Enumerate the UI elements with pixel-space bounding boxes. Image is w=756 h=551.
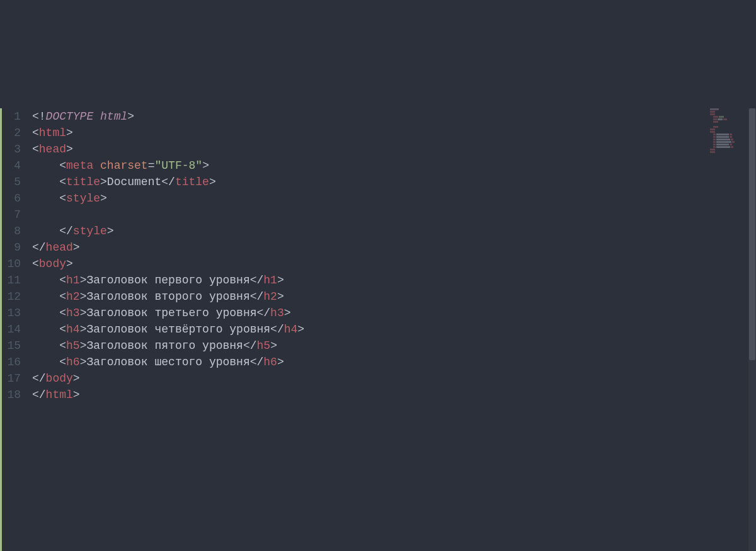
code-token: > — [66, 258, 73, 270]
code-token: </ — [59, 225, 73, 237]
line-number: 18 — [6, 387, 21, 403]
code-token: h1 — [263, 274, 277, 287]
code-token — [32, 356, 59, 368]
line-number: 7 — [6, 207, 21, 223]
code-line[interactable]: <head> — [32, 141, 756, 157]
code-token: > — [66, 143, 73, 156]
line-number: 1 — [6, 108, 21, 125]
line-number: 12 — [6, 288, 21, 305]
code-token — [32, 290, 59, 303]
code-token: html — [39, 127, 66, 139]
code-token: </ — [250, 356, 264, 368]
code-line[interactable]: <h4>Заголовок четвёртого уровня</h4> — [32, 321, 756, 338]
code-token: </ — [161, 176, 175, 188]
code-token: h3 — [66, 307, 80, 319]
code-token: = — [148, 159, 155, 172]
code-line[interactable]: </body> — [32, 370, 756, 387]
code-token: head — [39, 143, 66, 156]
code-token: <! — [32, 110, 46, 123]
code-token: < — [59, 323, 66, 336]
code-token: </ — [250, 290, 264, 303]
code-token: h5 — [257, 339, 271, 352]
code-line[interactable]: <!DOCTYPE html> — [32, 108, 756, 125]
code-line[interactable]: <h6>Заголовок шестого уровня</h6> — [32, 354, 756, 370]
line-number: 9 — [6, 239, 21, 256]
code-line[interactable]: <style> — [32, 190, 756, 207]
code-token: > — [277, 274, 284, 287]
code-token: > — [80, 290, 87, 303]
line-number: 11 — [6, 272, 21, 288]
code-token: h5 — [66, 339, 80, 352]
line-number: 2 — [6, 125, 21, 141]
code-token: DOCTYPE html — [46, 110, 128, 123]
line-number: 15 — [6, 338, 21, 354]
code-content-area[interactable]: <!DOCTYPE html><html><head> <meta charse… — [27, 108, 756, 551]
code-token: > — [127, 110, 134, 123]
code-token: style — [66, 192, 100, 205]
code-token: > — [80, 323, 87, 336]
code-token: Заголовок четвёртого уровня — [86, 323, 270, 336]
code-line[interactable]: <html> — [32, 125, 756, 141]
scrollbar-thumb[interactable] — [749, 108, 755, 360]
code-line[interactable]: </html> — [32, 387, 756, 403]
code-token: > — [73, 389, 80, 401]
code-token: > — [209, 176, 216, 188]
code-token: > — [277, 290, 284, 303]
code-token: > — [80, 339, 87, 352]
code-token: head — [46, 241, 73, 254]
code-line[interactable]: <h2>Заголовок второго уровня</h2> — [32, 288, 756, 305]
code-token: </ — [270, 323, 284, 336]
code-token: Заголовок первого уровня — [86, 274, 249, 287]
code-token: > — [284, 307, 291, 319]
code-token: title — [175, 176, 209, 188]
code-line[interactable]: <h1>Заголовок первого уровня</h1> — [32, 272, 756, 288]
code-token: </ — [32, 372, 46, 385]
code-token: < — [59, 274, 66, 287]
code-token: < — [32, 143, 39, 156]
vertical-scrollbar[interactable] — [748, 108, 756, 551]
code-token: title — [66, 176, 100, 188]
code-line[interactable]: <meta charset="UTF-8"> — [32, 157, 756, 174]
code-token: < — [32, 258, 39, 270]
code-token: </ — [243, 339, 257, 352]
code-token: </ — [250, 274, 264, 287]
code-token: charset — [100, 159, 148, 172]
code-line[interactable]: <title>Document</title> — [32, 174, 756, 190]
code-token: </ — [32, 241, 46, 254]
code-token — [32, 225, 59, 237]
code-token: h2 — [66, 290, 80, 303]
code-token: Document — [107, 176, 161, 188]
code-token: Заголовок пятого уровня — [86, 339, 243, 352]
code-token: </ — [257, 307, 271, 319]
code-token: > — [277, 356, 284, 368]
code-line[interactable] — [32, 207, 756, 223]
code-token: < — [59, 356, 66, 368]
code-token: > — [107, 225, 114, 237]
code-token: Заголовок третьего уровня — [86, 307, 256, 319]
code-token: < — [59, 159, 66, 172]
line-number: 6 — [6, 190, 21, 207]
code-line[interactable]: <h3>Заголовок третьего уровня</h3> — [32, 305, 756, 321]
code-token — [32, 159, 59, 172]
code-line[interactable]: </head> — [32, 239, 756, 256]
line-number: 8 — [6, 223, 21, 239]
code-token: > — [270, 339, 277, 352]
line-number-gutter: 123456789101112131415161718 — [2, 108, 27, 551]
line-number: 5 — [6, 174, 21, 190]
code-token: > — [80, 274, 87, 287]
code-token: h2 — [263, 290, 277, 303]
code-line[interactable]: <h5>Заголовок пятого уровня</h5> — [32, 338, 756, 354]
code-line[interactable]: <body> — [32, 256, 756, 272]
code-token: < — [59, 290, 66, 303]
code-token: style — [73, 225, 107, 237]
code-token: < — [59, 307, 66, 319]
code-token: h1 — [66, 274, 80, 287]
code-token: Заголовок шестого уровня — [86, 356, 249, 368]
code-token: Заголовок второго уровня — [86, 290, 249, 303]
code-token: </ — [32, 389, 46, 401]
code-token: h4 — [66, 323, 80, 336]
code-editor[interactable]: 123456789101112131415161718 <!DOCTYPE ht… — [0, 108, 756, 551]
code-line[interactable]: </style> — [32, 223, 756, 239]
line-number: 13 — [6, 305, 21, 321]
code-token: > — [202, 159, 209, 172]
